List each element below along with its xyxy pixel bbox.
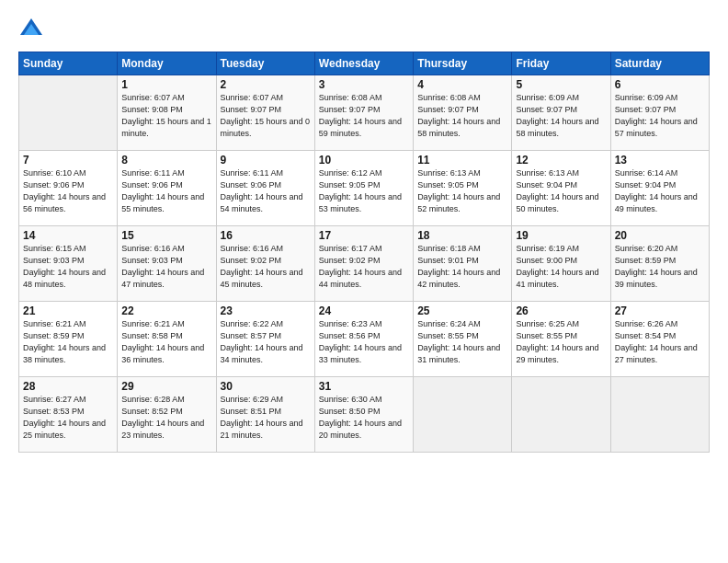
calendar-cell: 6Sunrise: 6:09 AMSunset: 9:07 PMDaylight…: [610, 75, 709, 151]
calendar-cell: 8Sunrise: 6:11 AMSunset: 9:06 PMDaylight…: [118, 151, 216, 226]
calendar-cell: 14Sunrise: 6:15 AMSunset: 9:03 PMDayligh…: [19, 226, 118, 302]
day-info: Sunrise: 6:09 AMSunset: 9:07 PMDaylight:…: [516, 92, 606, 140]
calendar-cell: 19Sunrise: 6:19 AMSunset: 9:00 PMDayligh…: [512, 226, 610, 302]
calendar-cell: 5Sunrise: 6:09 AMSunset: 9:07 PMDaylight…: [512, 75, 610, 151]
day-info: Sunrise: 6:28 AMSunset: 8:52 PMDaylight:…: [121, 394, 211, 442]
day-number: 13: [615, 154, 705, 167]
weekday-header-friday: Friday: [512, 52, 610, 75]
day-info: Sunrise: 6:11 AMSunset: 9:06 PMDaylight:…: [121, 167, 211, 215]
weekday-header-row: SundayMondayTuesdayWednesdayThursdayFrid…: [19, 52, 710, 75]
calendar-cell: 22Sunrise: 6:21 AMSunset: 8:58 PMDayligh…: [118, 302, 216, 377]
day-number: 8: [121, 154, 211, 167]
calendar-cell: 7Sunrise: 6:10 AMSunset: 9:06 PMDaylight…: [19, 151, 118, 226]
day-info: Sunrise: 6:17 AMSunset: 9:02 PMDaylight:…: [319, 243, 409, 291]
day-info: Sunrise: 6:25 AMSunset: 8:55 PMDaylight:…: [516, 318, 606, 366]
day-info: Sunrise: 6:20 AMSunset: 8:59 PMDaylight:…: [615, 243, 705, 291]
day-info: Sunrise: 6:16 AMSunset: 9:03 PMDaylight:…: [121, 243, 211, 291]
day-number: 11: [417, 154, 507, 167]
day-number: 5: [516, 78, 606, 91]
calendar-cell: 10Sunrise: 6:12 AMSunset: 9:05 PMDayligh…: [314, 151, 413, 226]
day-info: Sunrise: 6:22 AMSunset: 8:57 PMDaylight:…: [221, 318, 311, 366]
day-number: 28: [23, 380, 113, 393]
day-number: 24: [319, 304, 409, 317]
day-info: Sunrise: 6:19 AMSunset: 9:00 PMDaylight:…: [516, 243, 606, 291]
day-number: 21: [23, 304, 113, 317]
day-info: Sunrise: 6:12 AMSunset: 9:05 PMDaylight:…: [319, 167, 409, 215]
day-number: 25: [417, 304, 507, 317]
calendar-cell: 27Sunrise: 6:26 AMSunset: 8:54 PMDayligh…: [610, 302, 709, 377]
day-number: 2: [221, 78, 311, 91]
day-info: Sunrise: 6:24 AMSunset: 8:55 PMDaylight:…: [417, 318, 507, 366]
calendar-week-row: 1Sunrise: 6:07 AMSunset: 9:08 PMDaylight…: [19, 75, 710, 151]
day-number: 15: [121, 229, 211, 242]
calendar-cell: 11Sunrise: 6:13 AMSunset: 9:05 PMDayligh…: [414, 151, 512, 226]
calendar-week-row: 28Sunrise: 6:27 AMSunset: 8:53 PMDayligh…: [19, 377, 710, 453]
calendar-cell: 31Sunrise: 6:30 AMSunset: 8:50 PMDayligh…: [314, 377, 413, 453]
day-number: 31: [319, 380, 409, 393]
day-number: 9: [221, 154, 311, 167]
page: SundayMondayTuesdayWednesdayThursdayFrid…: [0, 0, 728, 563]
weekday-header-thursday: Thursday: [414, 52, 512, 75]
day-info: Sunrise: 6:21 AMSunset: 8:58 PMDaylight:…: [121, 318, 211, 366]
calendar-cell: 25Sunrise: 6:24 AMSunset: 8:55 PMDayligh…: [414, 302, 512, 377]
day-number: 30: [221, 380, 311, 393]
day-number: 10: [319, 154, 409, 167]
logo-icon: [18, 17, 44, 42]
day-number: 16: [221, 229, 311, 242]
weekday-header-wednesday: Wednesday: [314, 52, 413, 75]
day-info: Sunrise: 6:21 AMSunset: 8:59 PMDaylight:…: [23, 318, 113, 366]
calendar-cell: 2Sunrise: 6:07 AMSunset: 9:07 PMDaylight…: [216, 75, 314, 151]
calendar-cell: 9Sunrise: 6:11 AMSunset: 9:06 PMDaylight…: [216, 151, 314, 226]
day-number: 22: [121, 304, 211, 317]
day-number: 6: [615, 78, 705, 91]
calendar-cell: 20Sunrise: 6:20 AMSunset: 8:59 PMDayligh…: [610, 226, 709, 302]
day-number: 7: [23, 154, 113, 167]
calendar-cell: 3Sunrise: 6:08 AMSunset: 9:07 PMDaylight…: [314, 75, 413, 151]
calendar-cell: 21Sunrise: 6:21 AMSunset: 8:59 PMDayligh…: [19, 302, 118, 377]
day-number: 18: [417, 229, 507, 242]
header: [18, 17, 710, 42]
day-number: 29: [121, 380, 211, 393]
day-info: Sunrise: 6:13 AMSunset: 9:04 PMDaylight:…: [516, 167, 606, 215]
calendar-cell: 30Sunrise: 6:29 AMSunset: 8:51 PMDayligh…: [216, 377, 314, 453]
day-info: Sunrise: 6:11 AMSunset: 9:06 PMDaylight:…: [221, 167, 311, 215]
calendar-cell: 29Sunrise: 6:28 AMSunset: 8:52 PMDayligh…: [118, 377, 216, 453]
day-number: 4: [417, 78, 507, 91]
calendar-cell: 4Sunrise: 6:08 AMSunset: 9:07 PMDaylight…: [414, 75, 512, 151]
day-number: 12: [516, 154, 606, 167]
calendar-cell: 18Sunrise: 6:18 AMSunset: 9:01 PMDayligh…: [414, 226, 512, 302]
calendar-week-row: 7Sunrise: 6:10 AMSunset: 9:06 PMDaylight…: [19, 151, 710, 226]
day-info: Sunrise: 6:15 AMSunset: 9:03 PMDaylight:…: [23, 243, 113, 291]
day-info: Sunrise: 6:14 AMSunset: 9:04 PMDaylight:…: [615, 167, 705, 215]
calendar-cell: [610, 377, 709, 453]
calendar-cell: [512, 377, 610, 453]
day-info: Sunrise: 6:18 AMSunset: 9:01 PMDaylight:…: [417, 243, 507, 291]
weekday-header-sunday: Sunday: [19, 52, 118, 75]
logo: [18, 17, 48, 42]
day-number: 3: [319, 78, 409, 91]
day-info: Sunrise: 6:09 AMSunset: 9:07 PMDaylight:…: [615, 92, 705, 140]
day-number: 1: [121, 78, 211, 91]
day-info: Sunrise: 6:26 AMSunset: 8:54 PMDaylight:…: [615, 318, 705, 366]
day-number: 26: [516, 304, 606, 317]
calendar-week-row: 21Sunrise: 6:21 AMSunset: 8:59 PMDayligh…: [19, 302, 710, 377]
day-info: Sunrise: 6:29 AMSunset: 8:51 PMDaylight:…: [221, 394, 311, 442]
calendar-cell: 13Sunrise: 6:14 AMSunset: 9:04 PMDayligh…: [610, 151, 709, 226]
weekday-header-tuesday: Tuesday: [216, 52, 314, 75]
day-number: 17: [319, 229, 409, 242]
day-info: Sunrise: 6:07 AMSunset: 9:07 PMDaylight:…: [221, 92, 311, 140]
calendar-cell: 12Sunrise: 6:13 AMSunset: 9:04 PMDayligh…: [512, 151, 610, 226]
day-info: Sunrise: 6:07 AMSunset: 9:08 PMDaylight:…: [121, 92, 211, 140]
day-info: Sunrise: 6:16 AMSunset: 9:02 PMDaylight:…: [221, 243, 311, 291]
calendar-cell: 24Sunrise: 6:23 AMSunset: 8:56 PMDayligh…: [314, 302, 413, 377]
day-number: 19: [516, 229, 606, 242]
calendar-cell: 16Sunrise: 6:16 AMSunset: 9:02 PMDayligh…: [216, 226, 314, 302]
calendar-week-row: 14Sunrise: 6:15 AMSunset: 9:03 PMDayligh…: [19, 226, 710, 302]
day-info: Sunrise: 6:30 AMSunset: 8:50 PMDaylight:…: [319, 394, 409, 442]
day-info: Sunrise: 6:13 AMSunset: 9:05 PMDaylight:…: [417, 167, 507, 215]
day-number: 14: [23, 229, 113, 242]
calendar-table: SundayMondayTuesdayWednesdayThursdayFrid…: [18, 52, 710, 453]
calendar-cell: [19, 75, 118, 151]
day-number: 27: [615, 304, 705, 317]
calendar-cell: 15Sunrise: 6:16 AMSunset: 9:03 PMDayligh…: [118, 226, 216, 302]
